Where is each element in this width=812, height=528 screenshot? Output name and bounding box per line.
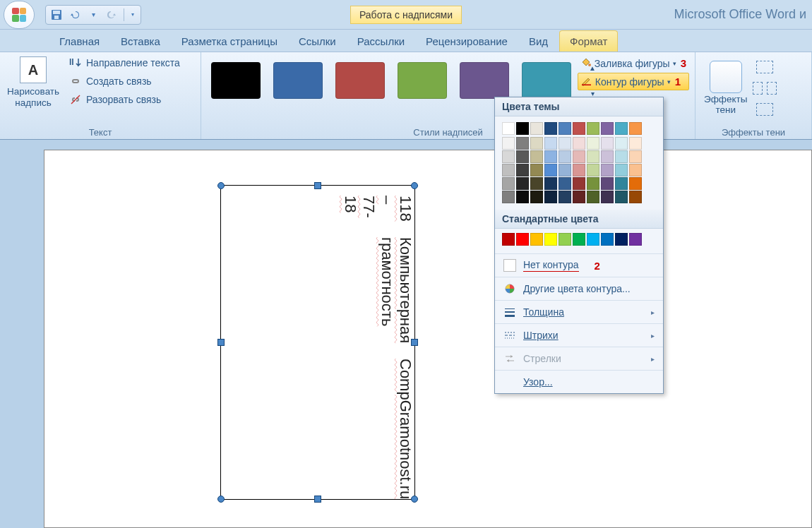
shadow-nudge-down-icon[interactable] — [756, 103, 773, 116]
theme-tint-swatch[interactable] — [587, 177, 599, 190]
standard-color-swatch[interactable] — [502, 233, 515, 246]
standard-color-swatch[interactable] — [573, 233, 585, 246]
shape-fill-button[interactable]: Заливка фигуры ▾ 3 — [578, 55, 689, 71]
theme-tint-swatch[interactable] — [587, 150, 599, 163]
theme-color-swatch[interactable] — [587, 122, 599, 135]
tab-layout[interactable]: Разметка страницы — [172, 31, 287, 52]
shape-outline-button[interactable]: Контур фигуры ▾ 1 — [578, 73, 689, 90]
theme-color-swatch[interactable] — [544, 122, 557, 135]
theme-tint-swatch[interactable] — [587, 191, 599, 203]
theme-tint-swatch[interactable] — [502, 177, 515, 190]
style-thumb[interactable] — [211, 62, 261, 99]
shadow-nudge-up-icon[interactable] — [756, 61, 773, 73]
style-thumb[interactable] — [398, 62, 447, 99]
resize-handle[interactable] — [411, 182, 418, 189]
theme-tint-swatch[interactable] — [559, 177, 571, 190]
create-link-button[interactable]: Создать связь — [66, 73, 183, 89]
resize-handle[interactable] — [411, 496, 418, 503]
theme-tint-swatch[interactable] — [587, 137, 599, 150]
theme-tint-swatch[interactable] — [601, 191, 614, 203]
theme-tint-swatch[interactable] — [573, 164, 585, 176]
theme-tint-swatch[interactable] — [502, 191, 515, 203]
theme-tint-swatch[interactable] — [573, 150, 585, 163]
draw-textbox-button[interactable]: A Нарисовать надпись — [4, 55, 62, 109]
theme-tint-swatch[interactable] — [516, 177, 529, 190]
standard-color-swatch[interactable] — [544, 233, 557, 246]
theme-tint-swatch[interactable] — [587, 164, 599, 176]
shadow-nudge-right-icon[interactable] — [767, 82, 777, 95]
line-dashes-item[interactable]: Штрихи — [495, 323, 663, 347]
resize-handle[interactable] — [314, 182, 321, 189]
textbox-shape[interactable]: 118 – 77- 18 Компьютерная грамотность Co… — [220, 185, 415, 500]
standard-color-swatch[interactable] — [615, 233, 628, 246]
theme-tint-swatch[interactable] — [516, 191, 529, 203]
theme-tint-swatch[interactable] — [544, 137, 557, 150]
tab-mailings[interactable]: Рассылки — [347, 31, 414, 52]
office-button[interactable] — [4, 1, 35, 29]
theme-color-swatch[interactable] — [573, 122, 585, 135]
tab-review[interactable]: Рецензирование — [416, 31, 518, 52]
line-weight-item[interactable]: Толщина — [495, 300, 663, 323]
style-thumb[interactable] — [522, 62, 571, 99]
theme-tint-swatch[interactable] — [544, 177, 557, 190]
theme-tint-swatch[interactable] — [544, 191, 557, 203]
theme-tint-swatch[interactable] — [502, 150, 515, 163]
theme-tint-swatch[interactable] — [559, 150, 571, 163]
theme-tint-swatch[interactable] — [559, 191, 571, 203]
theme-tint-swatch[interactable] — [530, 137, 543, 150]
theme-color-swatch[interactable] — [601, 122, 614, 135]
theme-tint-swatch[interactable] — [516, 137, 529, 150]
tab-insert[interactable]: Вставка — [111, 31, 170, 52]
theme-tint-swatch[interactable] — [615, 191, 628, 203]
theme-color-swatch[interactable] — [629, 122, 642, 135]
style-thumb[interactable] — [273, 62, 323, 99]
tab-home[interactable]: Главная — [49, 31, 109, 52]
theme-tint-swatch[interactable] — [629, 137, 642, 150]
style-thumb[interactable] — [335, 62, 385, 99]
undo-icon[interactable] — [68, 8, 81, 21]
save-icon[interactable] — [50, 8, 63, 21]
style-thumb[interactable] — [460, 62, 509, 99]
break-link-button[interactable]: Разорвать связь — [66, 92, 183, 107]
theme-tint-swatch[interactable] — [530, 191, 543, 203]
theme-tint-swatch[interactable] — [559, 137, 571, 150]
tab-format[interactable]: Формат — [559, 30, 618, 52]
theme-tint-swatch[interactable] — [615, 137, 628, 150]
resize-handle[interactable] — [217, 496, 225, 503]
standard-color-swatch[interactable] — [629, 233, 642, 246]
theme-tint-swatch[interactable] — [559, 164, 571, 176]
theme-tint-swatch[interactable] — [601, 137, 614, 150]
theme-tint-swatch[interactable] — [573, 191, 585, 203]
theme-tint-swatch[interactable] — [502, 164, 515, 176]
line-pattern-item[interactable]: Узор... — [495, 370, 663, 393]
theme-tint-swatch[interactable] — [516, 150, 529, 163]
theme-color-swatch[interactable] — [516, 122, 529, 135]
theme-tint-swatch[interactable] — [544, 150, 557, 163]
theme-tint-swatch[interactable] — [629, 177, 642, 190]
theme-tint-swatch[interactable] — [516, 164, 529, 176]
standard-color-swatch[interactable] — [587, 233, 599, 246]
theme-color-swatch[interactable] — [559, 122, 571, 135]
theme-tint-swatch[interactable] — [530, 150, 543, 163]
theme-tint-swatch[interactable] — [502, 137, 515, 150]
theme-tint-swatch[interactable] — [601, 177, 614, 190]
resize-handle[interactable] — [411, 339, 418, 346]
theme-tint-swatch[interactable] — [615, 177, 628, 190]
shadow-effects-button[interactable]: Эффекты тени — [704, 61, 747, 116]
text-direction-button[interactable]: ll Направление текста — [66, 55, 183, 71]
tab-references[interactable]: Ссылки — [289, 31, 346, 52]
theme-tint-swatch[interactable] — [530, 177, 543, 190]
no-outline-item[interactable]: Нет контура 2 — [495, 253, 663, 277]
theme-tint-swatch[interactable] — [615, 150, 628, 163]
theme-tint-swatch[interactable] — [573, 177, 585, 190]
theme-tint-swatch[interactable] — [530, 164, 543, 176]
shadow-nudge-left-icon[interactable] — [753, 82, 763, 95]
theme-tint-swatch[interactable] — [544, 164, 557, 176]
theme-tint-swatch[interactable] — [629, 150, 642, 163]
theme-color-swatch[interactable] — [530, 122, 543, 135]
standard-color-swatch[interactable] — [530, 233, 543, 246]
theme-tint-swatch[interactable] — [629, 191, 642, 203]
document-page[interactable]: 118 – 77- 18 Компьютерная грамотность Co… — [44, 150, 812, 528]
qat-customize-icon[interactable]: ▾ — [124, 8, 136, 21]
more-outline-colors-item[interactable]: Другие цвета контура... — [495, 277, 663, 300]
